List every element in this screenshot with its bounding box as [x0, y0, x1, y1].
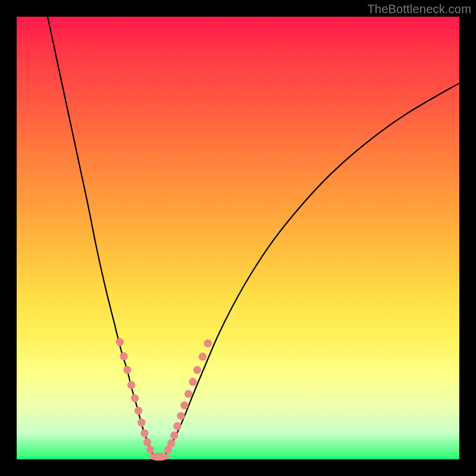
marker-dot	[204, 339, 212, 347]
markers-right	[164, 339, 212, 453]
chart-svg	[17, 17, 459, 459]
marker-dot	[167, 440, 175, 447]
marker-dot	[116, 338, 124, 346]
marker-dot	[177, 412, 184, 419]
marker-dot	[199, 353, 206, 361]
marker-dot	[123, 366, 131, 374]
bottom-blob	[149, 453, 169, 461]
markers-left	[116, 338, 155, 453]
marker-dot	[134, 406, 142, 414]
chart-frame	[17, 17, 459, 459]
curve-left-branch	[48, 17, 154, 457]
marker-dot	[173, 422, 181, 430]
marker-dot	[146, 446, 154, 453]
marker-dot	[131, 394, 139, 402]
curve-right-branch	[165, 83, 459, 455]
watermark-text: TheBottleneck.com	[367, 2, 471, 16]
marker-dot	[170, 431, 178, 439]
marker-dot	[180, 402, 188, 409]
marker-dot	[120, 352, 127, 360]
marker-dot	[143, 438, 151, 446]
marker-dot	[137, 419, 145, 427]
marker-dot	[184, 390, 192, 397]
marker-dot	[127, 381, 135, 389]
marker-dot	[193, 366, 201, 374]
marker-dot	[189, 378, 196, 386]
marker-dot	[140, 429, 148, 437]
